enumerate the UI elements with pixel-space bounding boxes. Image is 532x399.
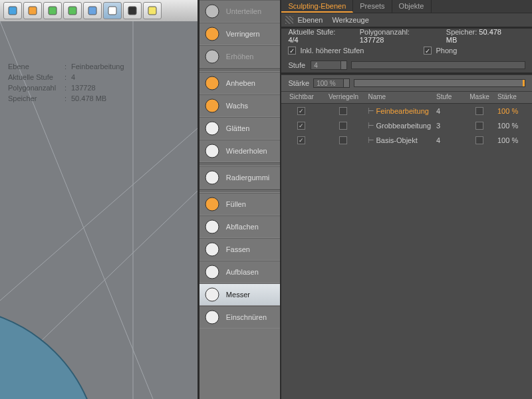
svg-point-16: [205, 76, 219, 90]
eyes-icon[interactable]: [123, 2, 142, 19]
subtab-ebenen[interactable]: Ebenen: [297, 16, 323, 24]
svg-point-14: [205, 27, 219, 41]
tool-unterteilen: Unterteilen: [200, 0, 280, 23]
svg-point-19: [205, 144, 219, 158]
svg-point-25: [205, 288, 219, 301]
lock-checkbox[interactable]: [339, 107, 347, 115]
curve-icon[interactable]: [23, 2, 42, 19]
staerke-slider[interactable]: [354, 79, 525, 87]
tool-glätten[interactable]: Glätten: [200, 117, 280, 140]
tool-fassen-icon: [203, 241, 221, 258]
tool-radiergummi-icon: [203, 169, 221, 186]
layers-table: Sichtbar Verriegeln Name Stufe Maske Stä…: [281, 92, 532, 399]
svg-point-12: [0, 307, 100, 399]
tool-fassen[interactable]: Fassen: [200, 238, 280, 261]
tool-radiergummi[interactable]: Radiergummi: [200, 166, 280, 189]
gear-icon[interactable]: [63, 2, 82, 19]
tool-unterteilen-icon: [203, 3, 221, 20]
stufe-spinner[interactable]: [340, 61, 347, 70]
phong-checkbox[interactable]: ✓Phong: [424, 47, 457, 55]
svg-rect-5: [108, 7, 116, 15]
svg-point-18: [205, 122, 219, 135]
mask-checkbox[interactable]: [475, 136, 483, 144]
mask-checkbox[interactable]: [475, 122, 483, 130]
tool-verringern[interactable]: Verringern: [200, 23, 280, 45]
tool-füllen-icon: [203, 196, 221, 213]
svg-line-8: [0, 101, 198, 301]
svg-point-24: [205, 265, 219, 279]
staerke-label: Stärke: [288, 79, 309, 87]
tool-erhöhen-icon: [203, 48, 221, 65]
tool-abflachen-icon: [203, 218, 221, 235]
tool-füllen[interactable]: Füllen: [200, 193, 280, 215]
tab-sculpting-ebenen[interactable]: Sculpting-Ebenen: [281, 0, 353, 13]
visible-checkbox[interactable]: ✓: [297, 107, 305, 115]
svg-rect-6: [128, 7, 136, 15]
svg-point-20: [205, 171, 219, 184]
tool-wiederholen-icon: [203, 142, 221, 160]
tool-messer-icon: [203, 286, 221, 303]
lock-checkbox[interactable]: [339, 122, 347, 130]
greencube-icon[interactable]: [43, 2, 62, 19]
svg-rect-4: [88, 7, 96, 15]
svg-point-26: [205, 311, 219, 324]
inkl-checkbox[interactable]: ✓Inkl. höherer Stufen: [288, 47, 364, 55]
svg-rect-1: [29, 7, 37, 15]
blueshape-icon[interactable]: [83, 2, 102, 19]
tool-wachs[interactable]: Wachs: [200, 94, 280, 117]
tab-presets[interactable]: Presets: [353, 0, 392, 13]
viewport-hud: Ebene:FeinbearbeitungAktuelle Stufe:4Pol…: [8, 61, 124, 104]
viewport[interactable]: Ebene:FeinbearbeitungAktuelle Stufe:4Pol…: [0, 21, 198, 399]
layer-row[interactable]: ✓⊢Feinbearbeitung4100 %: [281, 104, 532, 118]
tool-wachs-icon: [203, 97, 221, 114]
svg-rect-2: [49, 7, 57, 15]
stufe-slider[interactable]: [351, 61, 525, 69]
tool-einschnüren-icon: [203, 309, 221, 326]
tool-aufblasen[interactable]: Aufblasen: [200, 261, 280, 283]
stufe-label: Stufe: [288, 61, 305, 69]
svg-point-15: [205, 50, 219, 63]
sculpting-panel: Sculpting-EbenenPresetsObjekte EbenenWer…: [281, 0, 532, 399]
tool-glätten-icon: [203, 120, 221, 137]
panel-subtabs: EbenenWerkzeuge: [281, 13, 532, 27]
tool-aufblasen-icon: [203, 263, 221, 281]
stufe-field[interactable]: 4: [311, 61, 341, 70]
svg-rect-0: [9, 7, 17, 15]
tool-erhöhen: Erhöhen: [200, 45, 280, 68]
layer-row[interactable]: ✓⊢Grobbearbeitung3100 %: [281, 118, 532, 133]
layer-row[interactable]: ✓⊢Basis-Objekt4100 %: [281, 133, 532, 148]
top-toolbar: [0, 0, 198, 21]
panel-tabs: Sculpting-EbenenPresetsObjekte: [281, 0, 532, 13]
mask-checkbox[interactable]: [475, 107, 483, 115]
svg-point-23: [205, 243, 219, 256]
tool-verringern-icon: [203, 25, 221, 43]
tool-anheben-icon: [203, 74, 221, 92]
visible-checkbox[interactable]: ✓: [297, 136, 305, 144]
staerke-spinner[interactable]: [343, 78, 350, 88]
lock-checkbox[interactable]: [339, 136, 347, 144]
svg-rect-3: [68, 7, 76, 15]
grid-icon[interactable]: [103, 2, 122, 19]
tool-messer[interactable]: Messer: [200, 283, 280, 306]
panel-grip-icon[interactable]: [285, 16, 293, 24]
tab-objekte[interactable]: Objekte: [392, 0, 432, 13]
svg-point-13: [205, 5, 219, 18]
svg-point-21: [205, 198, 219, 211]
cube-icon[interactable]: [3, 2, 22, 19]
svg-rect-7: [148, 7, 156, 15]
tool-anheben[interactable]: Anheben: [200, 72, 280, 94]
tool-einschnüren[interactable]: Einschnüren: [200, 306, 280, 329]
tool-abflachen[interactable]: Abflachen: [200, 215, 280, 238]
subtab-werkzeuge[interactable]: Werkzeuge: [332, 16, 368, 24]
tool-wiederholen[interactable]: Wiederholen: [200, 140, 280, 162]
staerke-field[interactable]: 100 %: [313, 78, 344, 88]
svg-point-22: [205, 220, 219, 233]
visible-checkbox[interactable]: ✓: [297, 122, 305, 130]
status-line: Aktuelle Stufe: 4/4 Polygonanzahl: 13772…: [281, 29, 532, 43]
tool-palette: UnterteilenVerringernErhöhenAnhebenWachs…: [200, 0, 280, 399]
svg-point-17: [205, 99, 219, 112]
light-icon[interactable]: [143, 2, 162, 19]
